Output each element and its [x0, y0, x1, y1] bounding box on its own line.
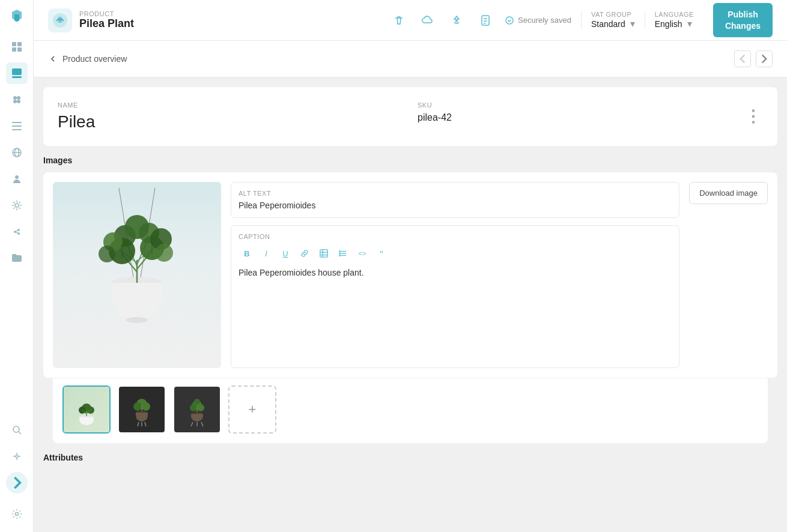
sidebar-item-folders[interactable] — [6, 247, 28, 269]
quote-button[interactable]: " — [373, 245, 390, 262]
caption-box: Caption B I U — [231, 225, 679, 368]
vat-dropdown-icon[interactable]: ▾ — [630, 18, 635, 29]
sidebar-item-lists[interactable] — [6, 115, 28, 137]
thumbnail-1[interactable] — [62, 385, 111, 434]
svg-point-18 — [14, 231, 16, 233]
product-meta: Product Pilea Plant — [79, 10, 134, 30]
attributes-section: Attributes — [43, 453, 777, 462]
svg-rect-2 — [12, 47, 16, 52]
alt-text-box[interactable]: Alt text Pilea Peperomioides — [231, 182, 679, 218]
product-name: Pilea Plant — [79, 17, 134, 30]
svg-point-55 — [99, 246, 115, 262]
svg-line-24 — [19, 432, 21, 434]
table-button[interactable] — [315, 245, 332, 262]
underline-button[interactable]: U — [277, 245, 294, 262]
sidebar-item-automations[interactable] — [6, 195, 28, 216]
caption-toolbar: B I U <> — [239, 245, 672, 262]
caption-label: Caption — [239, 233, 672, 240]
sidebar-item-users[interactable] — [6, 168, 28, 190]
sidebar-item-globe[interactable] — [6, 142, 28, 163]
sidebar-item-reviews[interactable] — [6, 221, 28, 243]
svg-point-40 — [126, 317, 148, 323]
svg-point-54 — [125, 215, 149, 239]
svg-point-34 — [752, 109, 755, 112]
product-icon — [48, 8, 72, 32]
header: Product Pilea Plant Securely saved — [34, 0, 787, 41]
add-image-button[interactable]: + — [228, 385, 276, 434]
caption-text[interactable]: Pilea Peperomioides house plant. — [239, 268, 672, 277]
bold-button[interactable]: B — [239, 245, 255, 262]
svg-line-91 — [201, 422, 203, 426]
svg-point-16 — [15, 175, 19, 179]
recycle-icon[interactable] — [447, 11, 466, 30]
sidebar-item-settings[interactable] — [6, 503, 28, 525]
svg-point-9 — [17, 100, 20, 103]
thumbnail-3[interactable] — [173, 385, 221, 434]
content-area: Product overview Name Pilea Sku — [34, 41, 787, 532]
svg-line-81 — [138, 422, 139, 426]
link-button[interactable] — [296, 245, 313, 262]
svg-rect-1 — [17, 42, 22, 46]
list-button[interactable] — [335, 245, 351, 262]
delete-icon[interactable] — [389, 11, 409, 30]
more-options-button[interactable] — [744, 107, 763, 126]
svg-point-8 — [13, 100, 17, 103]
header-toolbar: Securely saved VAT group Standard ▾ Lang… — [389, 3, 773, 37]
sidebar-item-products[interactable] — [6, 62, 28, 84]
sku-value[interactable]: pilea-42 — [418, 112, 763, 123]
alt-text-value[interactable]: Pilea Peperomioides — [239, 201, 672, 210]
svg-point-78 — [133, 402, 142, 411]
svg-rect-3 — [17, 47, 22, 52]
svg-rect-0 — [12, 42, 16, 46]
breadcrumb[interactable]: Product overview — [48, 54, 127, 64]
svg-point-79 — [142, 402, 150, 411]
document-icon[interactable] — [476, 11, 495, 30]
cloud-icon[interactable] — [418, 11, 437, 30]
svg-line-90 — [191, 422, 193, 426]
name-label: Name — [58, 101, 403, 109]
name-field: Name Pilea — [58, 101, 403, 131]
sidebar-item-translation[interactable] — [6, 446, 28, 467]
vat-group-label: VAT group — [591, 11, 635, 18]
svg-point-66 — [339, 251, 341, 252]
language-label: Language — [655, 11, 694, 18]
download-image-button[interactable]: Download image — [689, 182, 768, 204]
svg-rect-12 — [12, 129, 22, 130]
language-dropdown-icon[interactable]: ▾ — [687, 18, 692, 29]
saved-text: Securely saved — [518, 16, 571, 25]
svg-point-23 — [13, 426, 19, 432]
svg-point-56 — [155, 244, 173, 262]
images-section: Images — [43, 156, 777, 443]
svg-rect-10 — [12, 122, 22, 123]
svg-point-88 — [194, 399, 200, 405]
name-value[interactable]: Pilea — [58, 112, 403, 131]
sidebar-item-search[interactable] — [6, 419, 28, 441]
page-nav: Product overview — [34, 41, 787, 77]
svg-point-87 — [197, 404, 204, 411]
vat-group: VAT group Standard ▾ — [581, 11, 635, 29]
svg-point-36 — [752, 121, 755, 124]
app-logo[interactable] — [7, 7, 26, 26]
product-label: Product — [79, 10, 134, 17]
svg-point-19 — [17, 229, 20, 231]
alt-text-label: Alt text — [239, 190, 672, 197]
publish-changes-button[interactable]: PublishChanges — [713, 3, 773, 37]
thumbnails-row: + — [53, 378, 768, 443]
sidebar-item-dashboard[interactable] — [6, 36, 28, 58]
sidebar — [0, 0, 34, 532]
prev-page-button[interactable] — [734, 50, 751, 67]
sidebar-item-plugins[interactable] — [6, 89, 28, 110]
italic-button[interactable]: I — [258, 245, 275, 262]
thumbnail-2[interactable] — [118, 385, 166, 434]
code-button[interactable]: <> — [354, 245, 371, 262]
svg-line-21 — [16, 231, 17, 231]
next-page-button[interactable] — [756, 50, 773, 67]
svg-point-68 — [339, 255, 341, 256]
svg-point-86 — [190, 404, 197, 411]
sidebar-expand-button[interactable] — [6, 472, 28, 494]
saved-badge: Securely saved — [505, 16, 571, 25]
name-sku-row: Name Pilea Sku pilea-42 — [58, 101, 763, 131]
main-image[interactable] — [53, 182, 221, 368]
svg-point-67 — [339, 253, 341, 254]
sku-label: Sku — [418, 101, 763, 109]
